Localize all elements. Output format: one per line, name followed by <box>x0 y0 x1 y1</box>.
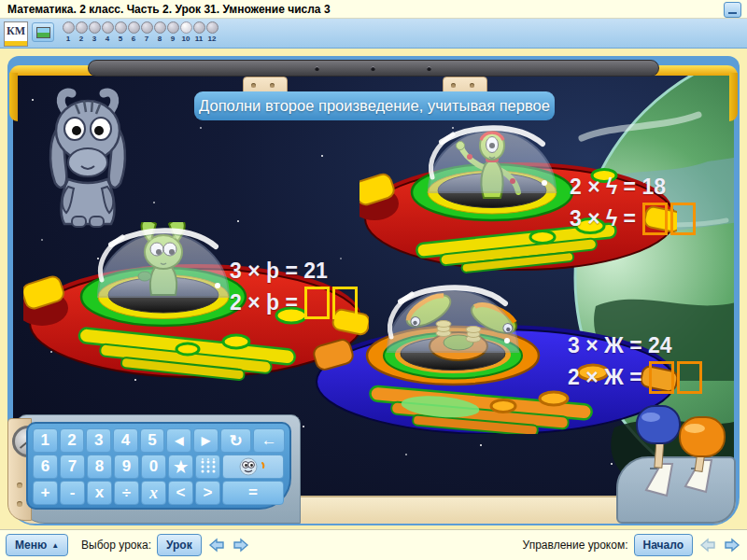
answer-box[interactable] <box>649 361 674 394</box>
key-next-icon[interactable]: ▶ <box>193 428 218 453</box>
gold-frame-left <box>9 73 18 121</box>
control-next-button[interactable] <box>723 537 741 553</box>
slide-button-8[interactable]: 8 <box>153 21 166 43</box>
key-1[interactable]: 1 <box>33 428 58 453</box>
equation-to-complete: 2 × þ = <box>230 287 298 318</box>
rivet <box>427 66 431 71</box>
menu-up-arrow-icon: ▲ <box>51 541 59 550</box>
slide-button-1[interactable]: 1 <box>62 21 75 43</box>
slide-button-9[interactable]: 9 <box>166 21 179 43</box>
rivet <box>371 66 375 71</box>
slide-button-10[interactable]: 10 <box>179 21 192 43</box>
numeric-keypad: 1 2 3 4 5 ◀ ▶ ↻ ← 6 7 8 9 0 ★ <box>26 422 291 510</box>
dots-grid-icon <box>200 458 217 475</box>
arrow-left-icon <box>699 538 716 553</box>
slide-button-11[interactable]: 11 <box>192 21 205 43</box>
key-5[interactable]: 5 <box>140 428 165 453</box>
smiley-face-icon <box>237 457 269 476</box>
instruction-text: Дополни второе произведение, учитывая пе… <box>199 97 550 115</box>
lesson-next-button[interactable] <box>232 537 250 553</box>
key-less-than[interactable]: < <box>168 481 193 505</box>
key-minus[interactable]: - <box>60 481 85 505</box>
slide-button-2[interactable]: 2 <box>75 21 88 43</box>
minimize-icon <box>728 12 737 14</box>
instruction-banner: Дополни второе произведение, учитывая пе… <box>194 91 555 120</box>
problem-left-ufo: 3 × þ = 21 2 × þ = <box>230 256 358 319</box>
key-dots-grid[interactable] <box>195 455 220 479</box>
bottom-control-bar: Меню ▲ Выбор урока: Урок Управление урок… <box>0 529 747 560</box>
problem-top-right-ufo: 2 × ϟ = 18 3 × ϟ = <box>570 172 696 235</box>
equation-given: 3 × þ = 21 <box>230 256 358 287</box>
equation-to-complete: 3 × ϟ = <box>570 203 636 234</box>
slide-button-6[interactable]: 6 <box>127 21 140 43</box>
blue-lever-knob[interactable] <box>637 406 680 443</box>
equation-given: 2 × ϟ = 18 <box>570 172 696 203</box>
orange-lever-knob[interactable] <box>680 417 725 456</box>
slide-button-12[interactable]: 12 <box>205 21 218 43</box>
lesson-button[interactable]: Урок <box>157 534 202 556</box>
key-7[interactable]: 7 <box>60 455 85 479</box>
lesson-stage: Дополни второе произведение, учитывая пе… <box>7 56 740 525</box>
arrow-right-icon <box>233 538 249 553</box>
answer-box[interactable] <box>304 287 330 319</box>
key-smiley[interactable] <box>222 455 284 479</box>
slide-button-5[interactable]: 5 <box>114 21 127 43</box>
window-title: Математика. 2 класс. Часть 2. Урок 31. У… <box>7 3 331 16</box>
key-2[interactable]: 2 <box>60 428 85 453</box>
key-star-icon[interactable]: ★ <box>168 455 193 479</box>
slide-button-3[interactable]: 3 <box>88 21 101 43</box>
equation-given: 3 × Ж = 24 <box>568 330 702 361</box>
key-refresh-icon[interactable]: ↻ <box>220 428 252 453</box>
lesson-select-label: Выбор урока: <box>81 539 151 552</box>
problem-bottom-right-ufo: 3 × Ж = 24 2 × Ж = <box>568 330 702 394</box>
arrow-right-icon <box>724 538 740 553</box>
key-9[interactable]: 9 <box>114 455 139 479</box>
key-0[interactable]: 0 <box>141 455 166 479</box>
arrow-left-icon <box>208 538 225 553</box>
top-beam <box>88 60 659 77</box>
slide-button-7[interactable]: 7 <box>140 21 153 43</box>
mascot-alien <box>33 82 143 231</box>
picture-icon <box>36 27 50 38</box>
answer-box[interactable] <box>670 203 696 235</box>
key-multiply[interactable]: x <box>87 481 112 505</box>
answer-box[interactable] <box>332 287 358 319</box>
control-levers <box>622 397 730 507</box>
minimize-button[interactable] <box>724 2 741 18</box>
picture-button[interactable] <box>32 22 54 42</box>
answer-box[interactable] <box>677 361 702 394</box>
app-window: Математика. 2 класс. Часть 2. Урок 31. У… <box>0 0 747 560</box>
slide-button-4[interactable]: 4 <box>101 21 114 43</box>
key-4[interactable]: 4 <box>113 428 138 453</box>
key-backspace-icon[interactable]: ← <box>253 428 285 453</box>
key-greater-than[interactable]: > <box>195 481 220 505</box>
key-plus[interactable]: + <box>33 481 58 505</box>
gold-frame-right <box>729 73 738 121</box>
control-prev-button[interactable] <box>698 537 717 553</box>
key-6[interactable]: 6 <box>33 455 58 479</box>
key-3[interactable]: 3 <box>86 428 111 453</box>
lesson-control-label: Управление уроком: <box>523 539 628 552</box>
answer-box[interactable] <box>642 203 668 235</box>
toolbar: КМ 1 2 3 4 5 6 7 8 9 10 11 12 <box>0 19 747 49</box>
equation-to-complete: 2 × Ж = <box>568 362 642 393</box>
key-equals[interactable]: = <box>222 481 284 505</box>
lesson-start-button[interactable]: Начало <box>634 534 693 556</box>
lesson-prev-button[interactable] <box>207 537 226 553</box>
km-logo: КМ <box>4 21 28 47</box>
rivet <box>315 66 319 71</box>
key-divide[interactable]: ÷ <box>114 481 139 505</box>
title-bar: Математика. 2 класс. Часть 2. Урок 31. У… <box>0 0 747 19</box>
slide-navigator: 1 2 3 4 5 6 7 8 9 10 11 12 <box>62 21 218 43</box>
menu-button[interactable]: Меню ▲ <box>6 534 68 556</box>
key-unknown-x[interactable]: x <box>141 481 166 505</box>
key-prev-icon[interactable]: ◀ <box>166 428 191 453</box>
key-8[interactable]: 8 <box>87 455 112 479</box>
